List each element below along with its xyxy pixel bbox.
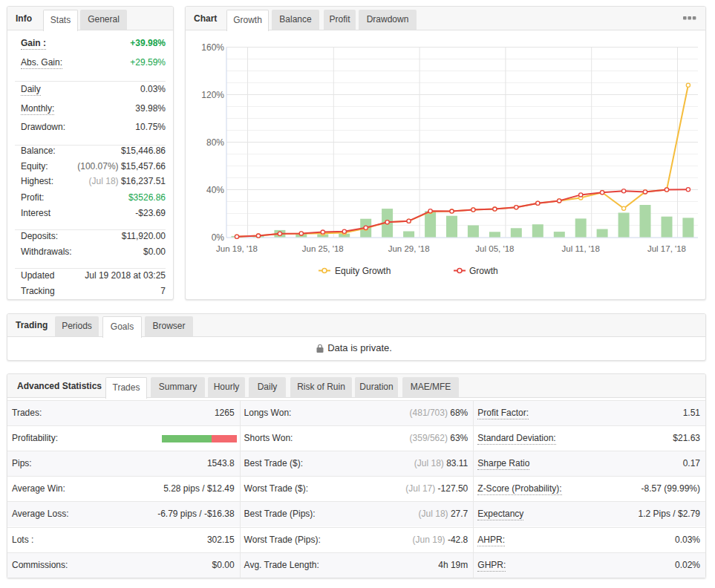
svg-text:Jun 29, '18: Jun 29, '18 (388, 244, 430, 253)
svg-text:40%: 40% (206, 185, 224, 195)
svg-text:0%: 0% (212, 232, 225, 243)
svg-text:Jul 11, '18: Jul 11, '18 (562, 244, 600, 253)
svg-text:Equity Growth: Equity Growth (335, 266, 391, 276)
svg-text:Jul 17, '18: Jul 17, '18 (647, 244, 686, 253)
svg-text:Jun 19, '18: Jun 19, '18 (216, 244, 258, 253)
svg-text:Growth: Growth (469, 266, 498, 276)
svg-text:120%: 120% (201, 90, 224, 100)
svg-text:Jun 25, '18: Jun 25, '18 (302, 244, 344, 253)
svg-text:80%: 80% (206, 137, 224, 148)
svg-text:Jul 05, '18: Jul 05, '18 (475, 244, 514, 253)
svg-text:160%: 160% (201, 42, 224, 53)
